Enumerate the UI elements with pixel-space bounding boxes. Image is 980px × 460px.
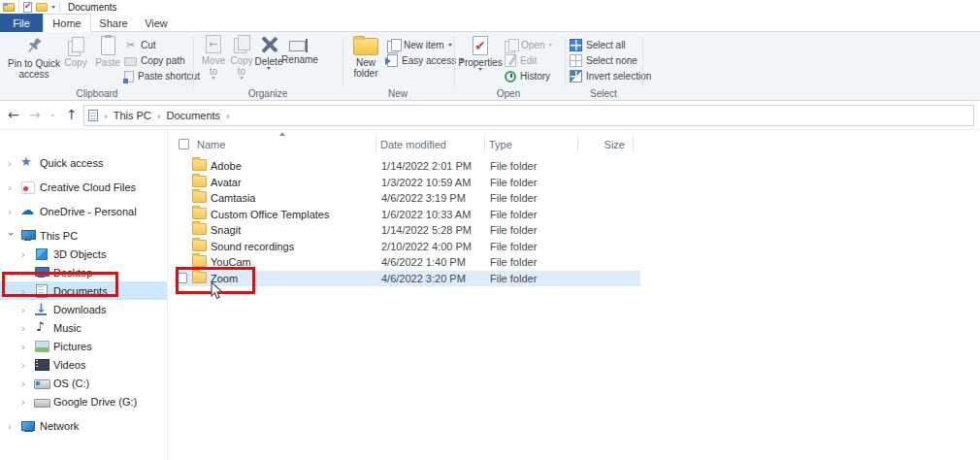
folder-icon xyxy=(192,176,207,187)
file-icon-zone xyxy=(192,159,211,173)
file-icon-zone xyxy=(192,208,211,221)
sidebar-item-label: Network xyxy=(40,420,79,432)
cut-button[interactable]: Cut xyxy=(124,38,200,52)
sidebar-item-creative-cloud-files[interactable]: Creative Cloud Files xyxy=(0,178,167,196)
chevron-right-icon[interactable] xyxy=(21,378,29,388)
properties-button[interactable]: Properties xyxy=(459,35,502,71)
quick-access-new-folder-icon[interactable] xyxy=(36,3,48,12)
edit-button[interactable]: Edit xyxy=(505,53,552,68)
chevron-right-icon[interactable] xyxy=(21,397,29,407)
sidebar-item-google-drive-g[interactable]: Google Drive (G:) xyxy=(0,392,167,411)
new-folder-button[interactable]: New folder xyxy=(346,35,385,79)
file-row-avatar[interactable]: Avatar1/3/2022 10:59 AMFile folder xyxy=(175,175,640,191)
chevron-right-icon[interactable] xyxy=(21,305,29,314)
breadcrumb-documents[interactable]: Documents xyxy=(166,110,220,121)
folder-icon xyxy=(192,159,207,171)
column-header-type[interactable]: Type xyxy=(485,135,578,153)
file-row-camtasia[interactable]: Camtasia4/6/2022 3:19 PMFile folder xyxy=(175,190,640,207)
chevron-right-icon[interactable] xyxy=(8,158,16,168)
back-button[interactable]: ← xyxy=(8,105,19,124)
chevron-right-icon[interactable] xyxy=(8,421,16,431)
column-label: Date modified xyxy=(380,139,446,150)
file-date-modified: 1/14/2022 2:01 PM xyxy=(381,160,490,172)
copy-to-button[interactable]: Copy to xyxy=(227,35,256,80)
easy-access-button[interactable]: Easy access xyxy=(387,53,464,68)
quick-access-properties-icon[interactable] xyxy=(23,2,32,13)
sidebar-item-downloads[interactable]: Downloads xyxy=(0,300,167,318)
paste-shortcut-button[interactable]: Paste shortcut xyxy=(124,69,200,83)
navigation-bar: ← → ˅ ↑ › This PC › Documents › xyxy=(0,101,980,130)
history-icon xyxy=(505,71,516,82)
select-all-button[interactable]: Select all xyxy=(570,38,651,52)
group-label-open: Open xyxy=(465,88,552,99)
button-label: Copy path xyxy=(141,55,185,66)
forward-button[interactable]: → xyxy=(29,105,41,124)
paste-button[interactable]: Paste xyxy=(91,35,124,68)
select-none-icon xyxy=(570,54,582,67)
sidebar-item-this-pc[interactable]: This PC xyxy=(0,226,167,245)
new-item-button[interactable]: New item xyxy=(387,38,464,52)
dropdown-caret-icon xyxy=(212,77,215,80)
customize-quick-access-toolbar-icon[interactable] xyxy=(51,6,55,9)
column-header-size[interactable]: Size xyxy=(578,135,634,153)
column-header-name[interactable]: Name xyxy=(175,135,376,153)
tab-file[interactable]: File xyxy=(0,14,43,32)
button-label: Select none xyxy=(586,55,637,66)
folder-icon xyxy=(192,223,207,235)
open-button[interactable]: Open xyxy=(505,38,552,52)
chevron-right-icon[interactable] xyxy=(21,342,29,351)
file-row-adobe[interactable]: Adobe1/14/2022 2:01 PMFile folder xyxy=(175,158,640,175)
tab-home[interactable]: Home xyxy=(43,14,91,33)
sidebar-item-3d-objects[interactable]: 3D Objects xyxy=(0,245,167,263)
sidebar-item-label: OneDrive - Personal xyxy=(40,206,137,217)
sidebar-item-quick-access[interactable]: Quick access xyxy=(0,153,167,172)
copy-path-button[interactable]: Copy path xyxy=(124,53,200,68)
tab-share[interactable]: Share xyxy=(91,14,136,32)
file-name: Adobe xyxy=(211,160,381,172)
tab-view[interactable]: View xyxy=(136,14,177,32)
file-row-custom-office-templates[interactable]: Custom Office Templates1/6/2022 10:33 AM… xyxy=(175,207,640,223)
copy-button[interactable]: Copy xyxy=(61,35,90,68)
chevron-down-icon[interactable] xyxy=(7,232,16,240)
objects3d-icon xyxy=(34,247,49,260)
file-row-snagit[interactable]: Snagit1/14/2022 5:28 PMFile folder xyxy=(175,222,640,239)
select-all-checkbox[interactable] xyxy=(179,139,189,149)
button-label: Paste xyxy=(95,57,120,68)
sidebar-item-videos[interactable]: Videos xyxy=(0,355,167,374)
button-label: New item xyxy=(404,40,444,50)
address-bar[interactable]: › This PC › Documents › xyxy=(83,105,974,126)
sidebar-item-pictures[interactable]: Pictures xyxy=(0,337,167,355)
chevron-right-icon[interactable] xyxy=(21,249,29,259)
folder-icon xyxy=(192,191,207,203)
sidebar-item-network[interactable]: Network xyxy=(0,416,167,435)
sidebar-item-os-c[interactable]: OS (C:) xyxy=(0,374,167,392)
up-button[interactable]: ↑ xyxy=(66,105,78,124)
select-none-button[interactable]: Select none xyxy=(570,53,651,68)
column-header-date-modified[interactable]: Date modified xyxy=(376,135,485,153)
column-header-row: Name Date modified Type Size xyxy=(175,135,640,153)
recent-locations-caret-icon[interactable]: ˅ xyxy=(50,109,55,128)
file-date-modified: 4/6/2022 1:40 PM xyxy=(381,256,490,268)
chevron-right-icon[interactable] xyxy=(21,323,29,333)
chevron-right-icon[interactable] xyxy=(8,182,16,192)
rename-button[interactable]: Rename xyxy=(280,35,319,65)
invert-selection-button[interactable]: Invert selection xyxy=(570,69,651,83)
breadcrumb-this-pc[interactable]: This PC xyxy=(114,110,151,121)
history-button[interactable]: History xyxy=(505,69,552,83)
button-label: History xyxy=(520,71,550,82)
mouse-cursor xyxy=(211,281,223,300)
chevron-right-icon[interactable] xyxy=(8,207,16,216)
breadcrumb-chevron-icon: › xyxy=(226,110,230,121)
properties-icon xyxy=(473,36,488,55)
pictures-icon xyxy=(34,340,49,352)
sidebar-item-onedrive-personal[interactable]: OneDrive - Personal xyxy=(0,202,167,220)
move-to-button[interactable]: Move to xyxy=(199,35,228,80)
copy-path-icon xyxy=(124,57,137,66)
sidebar-item-music[interactable]: Music xyxy=(0,318,167,337)
chevron-right-icon[interactable] xyxy=(21,360,29,370)
new-folder-icon xyxy=(353,38,378,55)
pin-to-quick-access-button[interactable]: Pin to Quick access xyxy=(8,35,60,80)
file-name: Snagit xyxy=(211,224,381,236)
file-row-sound-recordings[interactable]: Sound recordings2/10/2022 4:00 PMFile fo… xyxy=(175,239,640,255)
file-type: File folder xyxy=(490,224,583,236)
